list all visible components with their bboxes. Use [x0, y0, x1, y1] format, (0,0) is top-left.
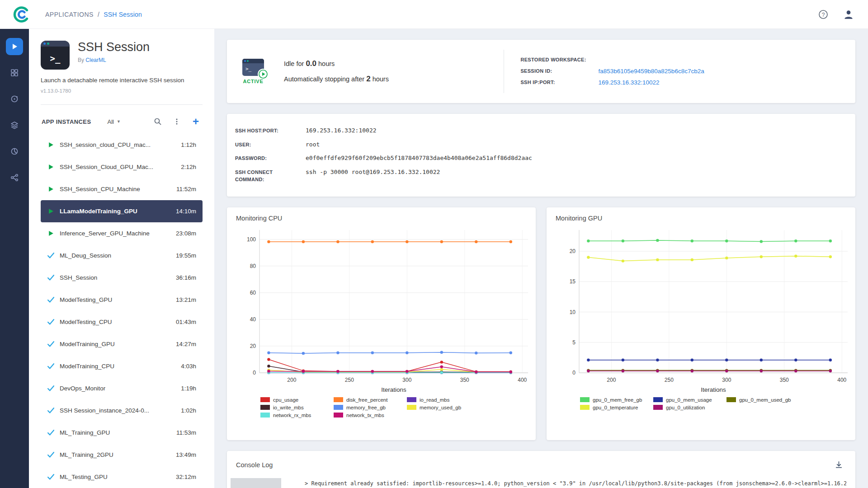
session-id-value[interactable]: fa853b6105e9459b80a825b6c8c7cb2a — [598, 68, 704, 75]
clearml-link[interactable]: ClearML — [85, 57, 106, 63]
detail-label: PASSWORD: — [235, 155, 293, 162]
instance-list-item[interactable]: ModelTesting_GPU13:21m — [41, 289, 203, 311]
projects-icon[interactable] — [6, 64, 23, 81]
session-terminal-icon: >_ — [242, 59, 264, 76]
legend-swatch-icon — [580, 405, 590, 410]
legend-swatch-icon — [407, 405, 416, 410]
legend-item[interactable]: cpu_usage — [260, 397, 328, 403]
legend-item[interactable]: disk_free_percent — [334, 397, 401, 403]
legend-swatch-icon — [260, 397, 270, 402]
applications-icon[interactable] — [6, 38, 23, 55]
instance-list-item[interactable]: SSH Session_instance_2024-0...1:02h — [41, 399, 203, 422]
svg-text:Iterations: Iterations — [701, 386, 726, 393]
legend-label: memory_free_gb — [346, 405, 386, 410]
svg-text:?: ? — [822, 11, 825, 18]
instance-runtime: 1:02h — [181, 407, 196, 414]
console-log-title: Console Log — [236, 461, 273, 469]
legend-label: memory_used_gb — [420, 405, 461, 410]
legend-item[interactable]: memory_used_gb — [407, 405, 475, 410]
instance-runtime: 1:12h — [181, 141, 196, 148]
instance-list-item[interactable]: DevOps_Monitor1:19h — [41, 377, 203, 399]
instances-title: APP INSTANCES — [42, 118, 91, 125]
instance-list-item[interactable]: SSH_Session_Cloud_GPU_Mac...2:12h — [41, 156, 203, 178]
instance-list-item[interactable]: ML_Deug_Session19:55m — [41, 244, 203, 267]
legend-item[interactable]: memory_free_gb — [334, 405, 401, 410]
instances-header: APP INSTANCES All ▼ + — [41, 113, 203, 134]
instance-list-item[interactable]: ModelTesting_CPU01:43m — [41, 311, 203, 333]
instance-runtime: 4:03h — [181, 363, 196, 370]
detail-value: 169.253.16.332:10022 — [306, 127, 847, 134]
connection-details-card: SSH HOST:PORT:169.253.16.332:10022USER:r… — [227, 114, 855, 197]
search-icon[interactable] — [152, 116, 164, 127]
detail-value: ssh -p 30000 root@169.253.16.332.10022 — [306, 169, 847, 175]
instance-list-item[interactable]: ML_Testing_GPU32:12m — [41, 466, 203, 488]
detail-label: SSH CONNECT COMMAND: — [235, 169, 293, 183]
svg-text:300: 300 — [722, 377, 731, 383]
instance-list-item[interactable]: SSH_Session36:16m — [41, 267, 203, 289]
panel-divider — [41, 104, 203, 105]
instance-name: LLamaModelTraining_GPU — [60, 208, 137, 215]
instance-list-item[interactable]: LLamaModelTraining_GPU14:10m — [41, 200, 203, 222]
running-play-icon — [47, 142, 54, 148]
instance-runtime: 19:55m — [176, 252, 196, 259]
instances-list: SSH_session_cloud_CPU_mac...1:12hSSH_Ses… — [41, 134, 203, 488]
legend-item[interactable]: network_tx_mbs — [334, 413, 401, 418]
legend-item[interactable]: gpu_0_mem_usage — [653, 397, 721, 403]
instance-name: Inference_Server_GPU_Machine — [60, 230, 150, 237]
detail-row: PASSWORD:e0f0effdfe929f60f209ebcb5f18784… — [235, 151, 847, 165]
instance-runtime: 11:52m — [176, 186, 196, 192]
console-log-lines: > Requirement already satisfied: importl… — [281, 478, 846, 488]
workers-icon[interactable] — [6, 90, 23, 108]
help-icon[interactable]: ? — [816, 7, 831, 22]
page-title: SSH Session — [78, 41, 150, 54]
legend-swatch-icon — [260, 405, 270, 410]
download-icon[interactable] — [831, 457, 846, 473]
instances-filter-dropdown[interactable]: All ▼ — [107, 118, 120, 125]
legend-item[interactable]: gpu_0_utilization — [653, 405, 721, 410]
instance-list-item[interactable]: ModelTraining_CPU4:03h — [41, 355, 203, 377]
completed-check-icon — [47, 452, 54, 458]
legend-item[interactable]: network_rx_mbs — [260, 413, 328, 418]
breadcrumb-applications[interactable]: APPLICATIONS — [45, 11, 94, 18]
legend-item[interactable]: gpu_0_temperature — [580, 405, 648, 410]
detail-row: USER:root — [235, 138, 847, 152]
legend-item[interactable]: io_write_mbs — [260, 405, 328, 410]
instance-list-item[interactable]: SSH_session_cloud_CPU_mac...1:12h — [41, 134, 203, 156]
detail-label: USER: — [235, 141, 293, 149]
instance-runtime: 13:21m — [176, 296, 196, 303]
svg-text:5: 5 — [572, 339, 576, 345]
main-content: >_ ACTIVE Idle for 0.0 h — [214, 29, 868, 488]
legend-item[interactable]: io_read_mbs — [407, 397, 475, 403]
by-label: By — [78, 57, 84, 63]
breadcrumb: APPLICATIONS / SSH Session — [45, 11, 142, 18]
top-bar: APPLICATIONS / SSH Session ? — [0, 0, 868, 29]
instance-name: ModelTesting_GPU — [60, 296, 112, 303]
instance-list-item[interactable]: SSH_Session_CPU_Machine11:52m — [41, 178, 203, 200]
detail-label: SSH HOST:PORT: — [235, 127, 293, 135]
stopping-hours-value: 2 — [366, 75, 370, 83]
instance-list-item[interactable]: Inference_Server_GPU_Machine23:08m — [41, 222, 203, 244]
running-play-icon — [47, 230, 54, 236]
instance-name: ModelTesting_CPU — [60, 319, 112, 325]
reports-icon[interactable] — [6, 143, 23, 160]
kebab-menu-icon[interactable] — [171, 116, 183, 127]
legend-label: io_read_mbs — [420, 397, 449, 403]
user-avatar-icon[interactable] — [841, 7, 856, 22]
session-meta: RESTORED WORKSPACE: SESSION ID: fa853b61… — [509, 56, 704, 86]
pipelines-icon[interactable] — [6, 169, 23, 186]
instance-list-item[interactable]: ML_Training_GPU11:53m — [41, 422, 203, 444]
clearml-logo[interactable] — [12, 5, 32, 24]
app-author: By ClearML — [78, 57, 150, 63]
ssh-ip-port-value[interactable]: 169.253.16.332:10022 — [598, 79, 704, 86]
instance-list-item[interactable]: ML_Training_2GPU13:49m — [41, 444, 203, 466]
chevron-down-icon: ▼ — [117, 119, 121, 124]
legend-swatch-icon — [653, 397, 663, 402]
legend-item[interactable]: gpu_0_mem_free_gb — [580, 397, 648, 403]
app-panel: >_ SSH Session By ClearML Launch a detac… — [29, 29, 214, 488]
legend-item[interactable]: gpu_0_mem_used_gb — [726, 397, 794, 403]
instance-list-item[interactable]: ModelTraining_GPU14:27m — [41, 333, 203, 355]
datasets-icon[interactable] — [6, 117, 23, 134]
gpu-chart-title: Monitoring GPU — [556, 215, 846, 222]
running-play-icon — [47, 186, 54, 192]
plus-icon[interactable]: + — [190, 116, 202, 127]
